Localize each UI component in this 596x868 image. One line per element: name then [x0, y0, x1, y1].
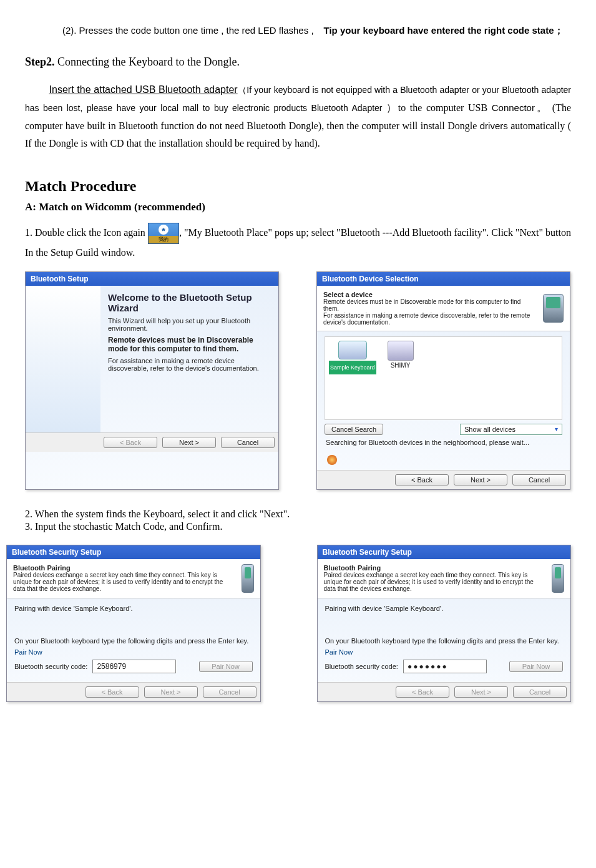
header-band: Bluetooth Pairing Paired devices exchang…	[7, 559, 260, 598]
screenshot-security-masked: Bluetooth Security Setup Bluetooth Pairi…	[317, 545, 572, 702]
step2-rest1: to the computer USB	[398, 102, 492, 113]
window-title: Bluetooth Security Setup	[318, 545, 571, 559]
device-label: SHIMY	[388, 362, 414, 369]
sec-desc: Paired devices exchange a secret key eac…	[13, 572, 237, 592]
match-item-2: 2. When the system finds the Keyboard, s…	[25, 509, 571, 520]
header-band: Select a device Remote devices must be i…	[317, 286, 570, 331]
match-item-3: 3. Input the stochastic Match Code, and …	[25, 521, 571, 532]
select-heading: Select a device	[323, 291, 538, 298]
wizard-footer: < Back Next > Cancel	[317, 470, 570, 489]
device-shimy[interactable]: SHIMY	[388, 341, 414, 369]
screenshot-security-plain: Bluetooth Security Setup Bluetooth Pairi…	[6, 545, 261, 702]
window-title: Bluetooth Setup	[26, 272, 278, 286]
progress-orb-icon	[327, 455, 337, 465]
cancel-search-button[interactable]: Cancel Search	[325, 424, 383, 435]
window-title: Bluetooth Device Selection	[317, 272, 570, 286]
next-button[interactable]: Next >	[144, 686, 198, 698]
match-sub-a: A: Match on Widcomm (recommended)	[25, 201, 571, 213]
back-button[interactable]: < Back	[396, 686, 449, 698]
item-bold: Tip your keyboard have entered the right…	[324, 25, 564, 36]
device-list: Sample Keyboard SHIMY	[325, 336, 562, 420]
item-number: (2).	[62, 25, 77, 36]
device-sample-keyboard[interactable]: Sample Keyboard	[329, 341, 376, 374]
back-button[interactable]: < Back	[85, 686, 139, 698]
instruct: On your Bluetooth keyboard type the foll…	[14, 637, 253, 645]
screenshot-bluetooth-setup: Bluetooth Setup Welcome to the Bluetooth…	[25, 271, 279, 490]
screenshot-row-2: Bluetooth Security Setup Bluetooth Pairi…	[6, 545, 571, 702]
code-label: Bluetooth security code:	[325, 663, 398, 670]
instruct: On your Bluetooth keyboard type the foll…	[325, 637, 564, 645]
pair-now-link[interactable]: Pair Now	[325, 648, 564, 656]
wizard-footer: < Back Next > Cancel	[318, 682, 571, 701]
next-button[interactable]: Next >	[162, 437, 216, 448]
select-sub2: For assistance in making a remote device…	[323, 312, 538, 326]
step2-heading: Step2. Connecting the Keyboard to the Do…	[25, 56, 571, 69]
drivers-word: drivers	[480, 120, 508, 131]
pair-now-button[interactable]: Pair Now	[509, 661, 563, 672]
step2-text: Connecting the Keyboard to the Dongle.	[55, 56, 240, 68]
match-item-1a: 1. Double click the Icon again	[25, 227, 145, 238]
next-button[interactable]: Next >	[454, 474, 507, 485]
screenshot-row-1: Bluetooth Setup Welcome to the Bluetooth…	[25, 271, 571, 490]
wizard-footer: < Back Next > Cancel	[7, 682, 260, 701]
pair-now-link[interactable]: Pair Now	[14, 648, 253, 656]
select-sub1: Remote devices must be in Discoverable m…	[323, 298, 538, 312]
security-code-input[interactable]: 2586979	[92, 660, 176, 673]
wizard-bold: Remote devices must be in Discoverable m…	[108, 336, 271, 353]
back-button[interactable]: < Back	[395, 474, 449, 485]
step2-label: Step2.	[25, 56, 55, 68]
bluetooth-tray-icon: 我的	[148, 223, 179, 244]
keyboard-icon	[338, 341, 367, 359]
wizard-sidebar	[26, 286, 100, 432]
computer-icon	[388, 341, 414, 361]
security-code-input[interactable]: ●●●●●●●	[403, 660, 487, 673]
sec-heading: Bluetooth Pairing	[13, 564, 237, 572]
step2-body: Insert the attached USB Bluetooth adapte…	[25, 81, 571, 153]
chevron-down-icon: ▾	[555, 426, 558, 432]
pair-now-button[interactable]: Pair Now	[199, 661, 253, 672]
screenshot-device-selection: Bluetooth Device Selection Select a devi…	[316, 271, 570, 490]
pda-icon	[543, 294, 564, 323]
step1-item-2: (2). Presses the code button one time , …	[62, 25, 571, 37]
select-label: Show all devices	[464, 426, 515, 433]
cancel-button[interactable]: Cancel	[513, 686, 567, 698]
back-button[interactable]: < Back	[104, 437, 157, 448]
code-label: Bluetooth security code:	[14, 663, 87, 670]
pairing-with: Pairing with device 'Sample Keyboard'.	[14, 605, 253, 612]
wizard-heading: Welcome to the Bluetooth Setup Wizard	[108, 292, 271, 313]
pairing-with: Pairing with device 'Sample Keyboard'.	[325, 605, 564, 612]
cancel-button[interactable]: Cancel	[203, 686, 256, 698]
pda-icon	[242, 564, 254, 593]
wizard-footer: < Back Next > Cancel	[26, 432, 278, 452]
header-band: Bluetooth Pairing Paired devices exchang…	[318, 559, 571, 598]
wizard-line2: For assistance in making a remote device…	[108, 357, 271, 372]
cancel-button[interactable]: Cancel	[221, 437, 275, 448]
item-text: Presses the code button one time , the r…	[79, 25, 314, 36]
sec-heading: Bluetooth Pairing	[324, 564, 547, 572]
searching-status: Searching for Bluetooth devices in the n…	[325, 435, 562, 450]
cancel-button[interactable]: Cancel	[512, 474, 566, 485]
show-all-select[interactable]: Show all devices ▾	[460, 424, 562, 435]
match-procedure-heading: Match Procedure	[25, 178, 571, 195]
match-item-1: 1. Double click the Icon again 我的, "My B…	[25, 223, 571, 262]
paren-close: ）	[383, 102, 398, 113]
device-label: Sample Keyboard	[329, 361, 376, 374]
window-title: Bluetooth Security Setup	[7, 545, 260, 559]
pda-icon	[552, 564, 564, 593]
wizard-line1: This Wizard will help you set up your Bl…	[108, 317, 271, 332]
insert-adapter-text: Insert the attached USB Bluetooth adapte…	[49, 84, 238, 95]
next-button[interactable]: Next >	[454, 686, 508, 698]
sec-desc: Paired devices exchange a secret key eac…	[324, 572, 547, 592]
paren-open: （	[238, 85, 247, 95]
connector-word: Connector	[492, 102, 535, 113]
